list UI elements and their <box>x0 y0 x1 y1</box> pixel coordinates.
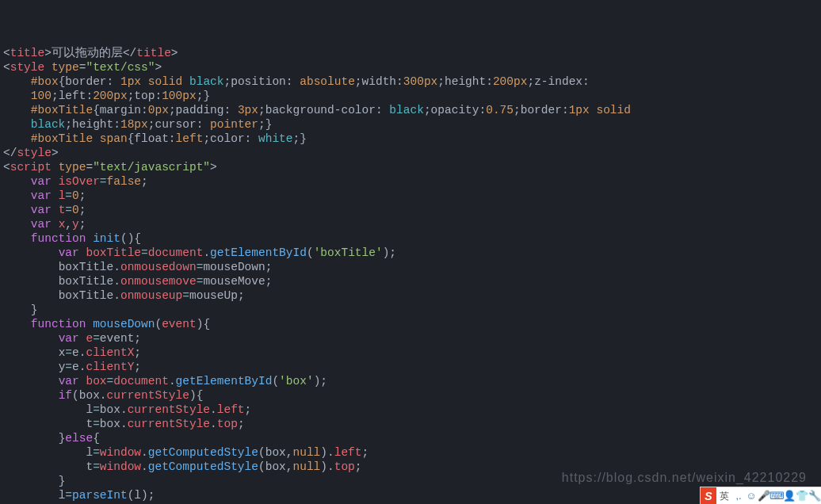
sogou-icon[interactable]: S <box>701 487 716 504</box>
person-icon[interactable]: 👤 <box>783 489 796 503</box>
shirt-icon[interactable]: 👕 <box>796 489 808 503</box>
smile-icon[interactable]: ☺ <box>745 489 758 503</box>
ime-punct[interactable]: ,. <box>732 489 745 503</box>
ime-toolbar[interactable]: S 英 ,. ☺ 🎤 ⌨ 👤 👕 🔧 <box>700 487 821 504</box>
ime-lang[interactable]: 英 <box>716 489 732 503</box>
wrench-icon[interactable]: 🔧 <box>808 489 821 503</box>
watermark: https://blog.csdn.net/weixin_42210229 <box>562 471 807 485</box>
keyboard-icon[interactable]: ⌨ <box>770 489 783 503</box>
code-editor: <title>可以拖动的层</title> <style type="text/… <box>3 46 821 504</box>
